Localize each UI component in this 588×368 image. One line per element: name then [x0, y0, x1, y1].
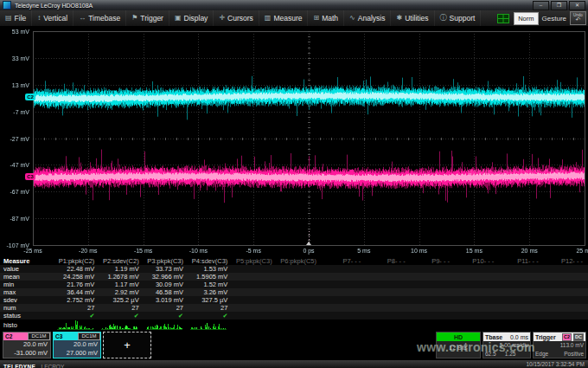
- measure-column-header-p11[interactable]: P11- - -: [499, 257, 543, 265]
- menu-item-display[interactable]: ▣Display: [169, 10, 214, 26]
- brand-secondary: LECROY: [42, 364, 65, 368]
- channel-box-c3[interactable]: C3 DC1M 20.0 mV 27.000 mV: [53, 332, 101, 358]
- measure-status-cell: ✔: [144, 313, 189, 320]
- menu-right-controls: Norm Gesture Undo ↶: [496, 11, 588, 25]
- math-icon: ⊞: [313, 15, 319, 22]
- measure-column-header-p7[interactable]: P7- - -: [322, 257, 366, 265]
- measure-value-cell: 24.258 mV: [55, 273, 99, 281]
- measure-title: Measure: [0, 257, 55, 265]
- x-axis-tick-label: 15 ms: [466, 248, 483, 254]
- channel-box-c2[interactable]: C2 DC1M 20.0 mV -31.000 mV: [3, 332, 51, 358]
- measure-status-cell: ✔: [189, 313, 233, 320]
- measure-column-header-p3[interactable]: P3:pkpk(C3): [144, 257, 189, 265]
- measure-value-cell: 33.73 mV: [144, 265, 189, 273]
- menu-item-math[interactable]: ⊞Math: [308, 10, 344, 26]
- minimize-button[interactable]: –: [533, 1, 549, 10]
- oscilloscope-app: Teledyne LeCroy HDO8108A – ❐ ✕ ▤File↕Ver…: [0, 0, 588, 368]
- menu-item-label: Timebase: [88, 14, 120, 23]
- norm-button[interactable]: Norm: [514, 12, 538, 25]
- trigger-icon: ⚑: [131, 15, 137, 22]
- file-icon: ▤: [5, 15, 12, 22]
- measure-row-max: max36.44 mV2.92 mV46.58 mV3.26 mV: [0, 288, 588, 296]
- window-controls: – ❐ ✕: [533, 1, 585, 10]
- x-axis-tick-label: -5 ms: [246, 248, 261, 254]
- channel-c2-coupling: DC1M: [28, 332, 50, 340]
- x-axis-tick-label: 10 ms: [411, 248, 427, 254]
- measure-header-row: MeasureP1:pkpk(C2)P2:sdev(C2)P3:pkpk(C3)…: [0, 256, 588, 265]
- channel-c2-label: C2: [3, 332, 28, 340]
- menu-item-label: Cursors: [227, 14, 253, 23]
- trigger-coupling-badge: DC: [573, 333, 584, 341]
- gesture-label[interactable]: Gesture: [542, 15, 566, 23]
- trigger-source-badge: C2: [562, 333, 572, 341]
- scope-grid-area: 53 mV33 mV13 mV-7 mV-27 mV-47 mV-67 mV-8…: [0, 26, 588, 258]
- menu-item-utilities[interactable]: ✱Utilities: [391, 10, 434, 26]
- menu-item-timebase[interactable]: ↔Timebase: [74, 10, 126, 26]
- measure-column-header-p4[interactable]: P4:sdev(C3): [189, 257, 233, 265]
- brand-primary: TELEDYNE: [3, 364, 35, 368]
- measure-value-cell: 1.52 mV: [189, 281, 233, 288]
- menu-item-analysis[interactable]: ∿Analysis: [344, 10, 391, 26]
- channel-c3-coupling: DC1M: [78, 332, 100, 340]
- channel-c3-label: C3: [54, 332, 78, 340]
- measure-column-header-p12[interactable]: P12- - -: [544, 257, 588, 265]
- close-button[interactable]: ✕: [569, 1, 585, 10]
- grid-mode-button[interactable]: [496, 13, 510, 23]
- measure-column-header-p10[interactable]: P10- - -: [455, 257, 499, 265]
- menu-item-trigger[interactable]: ⚑Trigger: [126, 10, 169, 26]
- channel-c3-header: C3 DC1M: [54, 332, 100, 340]
- measure-status-cell: ✔: [99, 313, 144, 320]
- measure-status-cell: ✔: [55, 313, 99, 320]
- measure-row-min: min21.76 mV1.17 mV30.09 mV1.52 mV: [0, 281, 588, 288]
- maximize-button[interactable]: ❐: [551, 1, 567, 10]
- measure-column-header-p2[interactable]: P2:sdev(C2): [99, 257, 144, 265]
- status-check-icon: ✔: [144, 313, 183, 320]
- menu-item-support[interactable]: ⓘSupport: [435, 10, 482, 26]
- channel-marker-c3[interactable]: C3: [25, 173, 35, 180]
- trigger-box[interactable]: Trigger C2 DC 113.0 mV Edge Positive: [533, 332, 586, 358]
- menu-item-measure[interactable]: ▥Measure: [259, 10, 309, 26]
- undo-button[interactable]: Undo ↶: [570, 11, 586, 25]
- measure-column-header-p1[interactable]: P1:pkpk(C2): [55, 257, 99, 265]
- x-axis-tick-label: -10 ms: [189, 248, 208, 254]
- undo-arrow-icon: ↶: [576, 16, 581, 23]
- timebase-label: Tbase: [485, 334, 502, 340]
- x-axis-tick-label: -15 ms: [134, 248, 152, 254]
- measure-value-cell: 1.53 mV: [189, 265, 233, 273]
- app-icon: [3, 1, 11, 10]
- title-bar: Teledyne LeCroy HDO8108A – ❐ ✕: [0, 0, 588, 10]
- channel-c2-vdiv: 20.0 mV: [6, 340, 48, 349]
- waveform-canvas[interactable]: [0, 26, 588, 258]
- y-axis-tick-label: -27 mV: [0, 135, 29, 141]
- y-axis-tick-label: -47 mV: [0, 162, 29, 168]
- histogram-sparkline-p4: [189, 320, 228, 331]
- histogram-sparkline-p2: [99, 320, 139, 331]
- measure-value-cell: 22.48 mV: [55, 265, 99, 273]
- trigger-level: 113.0 mV: [534, 341, 585, 350]
- status-check-icon: ✔: [99, 313, 138, 320]
- measure-column-header-p5[interactable]: P5:pkpk(C3): [233, 257, 277, 265]
- measure-column-header-p9[interactable]: P9- - -: [411, 257, 455, 265]
- measure-row-label: mean: [0, 273, 55, 281]
- add-channel-button[interactable]: +: [103, 332, 151, 358]
- menu-item-cursors[interactable]: ✛Cursors: [214, 10, 259, 26]
- trigger-badges: C2 DC: [562, 333, 584, 341]
- measure-row-sdev: sdev2.752 mV325.2 µV3.019 mV327.5 µV: [0, 296, 588, 304]
- x-axis-tick-label: -25 ms: [23, 248, 42, 254]
- measure-value-cell: 27: [144, 304, 189, 312]
- watermark: www.cntronics.com: [417, 340, 535, 354]
- measure-column-header-p8[interactable]: P8- - -: [366, 257, 410, 265]
- measure-row-status: status✔✔✔✔: [0, 312, 588, 320]
- menu-item-vertical[interactable]: ↕Vertical: [32, 10, 74, 26]
- measure-column-header-p6[interactable]: P6:pkpk(C5): [278, 257, 322, 265]
- menu-item-file[interactable]: ▤File: [0, 10, 32, 26]
- measure-histo-cell: [144, 320, 189, 331]
- y-axis-tick-label: 53 mV: [0, 29, 29, 35]
- menu-item-label: Vertical: [43, 14, 67, 23]
- menu-bar: ▤File↕Vertical↔Timebase⚑Trigger▣Display✛…: [0, 10, 588, 26]
- trigger-header: Trigger C2 DC: [534, 332, 585, 341]
- measure-value-cell: 21.76 mV: [55, 281, 99, 288]
- channel-marker-c2[interactable]: C2: [25, 94, 35, 100]
- analysis-icon: ∿: [349, 15, 355, 22]
- channel-c2-settings: 20.0 mV -31.000 mV: [3, 340, 50, 358]
